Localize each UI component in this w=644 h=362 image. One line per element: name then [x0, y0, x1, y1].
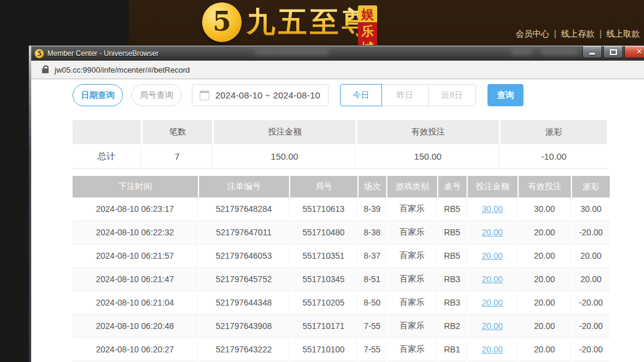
close-icon: ✕ — [636, 47, 642, 56]
table-cell: 2024-08-10 06:21:57 — [73, 244, 198, 268]
bet-amount-link[interactable]: 20.00 — [482, 298, 502, 307]
table-cell: 20.00 — [468, 291, 517, 315]
table-row: 总计7150.00150.00-10.00 — [73, 144, 607, 169]
window-controls: ✕ — [581, 46, 644, 58]
top-nav: 会员中心|线上存款|线上取款|一 — [516, 29, 644, 40]
bet-amount-link[interactable]: 30.00 — [482, 204, 502, 214]
table-cell: -20.00 — [572, 291, 610, 315]
column-header: 派彩 — [501, 120, 607, 144]
calendar-icon — [200, 91, 209, 100]
table-cell: 2024-08-10 06:20:27 — [73, 338, 198, 361]
column-header: 笔数 — [143, 120, 212, 144]
table-row: 2024-08-10 06:21:47521797645752551710345… — [73, 268, 610, 291]
table-cell: 30.00 — [468, 198, 517, 221]
table-cell: 521797645752 — [199, 268, 289, 291]
badge-char: 乐 — [358, 22, 377, 39]
site-logo-title: 九五至尊 — [246, 2, 374, 42]
url-text[interactable]: jw05.cc:9900/infe/mcenter/#/betRecord — [55, 65, 189, 74]
close-button[interactable]: ✕ — [624, 46, 644, 58]
table-cell: RB5 — [438, 221, 467, 244]
table-row: 2024-08-10 06:21:57521797646053551710351… — [73, 244, 610, 268]
date-range-value[interactable]: 2024-08-10 ~ 2024-08-10 — [215, 90, 320, 100]
table-cell: 551710171 — [290, 315, 357, 338]
column-header: 投注金额 — [214, 120, 356, 144]
nav-online-deposit[interactable]: 线上存款 — [561, 29, 595, 38]
date-query-tab[interactable]: 日期查询 — [73, 84, 123, 106]
column-header: 派彩 — [572, 176, 610, 198]
table-cell: -10.00 — [501, 144, 607, 169]
table-row: 2024-08-10 06:21:04521797644348551710205… — [73, 291, 610, 315]
column-header: 下注时间 — [73, 176, 198, 198]
table-row: 2024-08-10 06:23:17521797648284551710613… — [73, 198, 610, 221]
bet-amount-link[interactable]: 20.00 — [482, 321, 502, 331]
minimize-button[interactable] — [582, 46, 602, 58]
date-range-picker[interactable]: 2024-08-10 ~ 2024-08-10 — [192, 84, 329, 106]
table-cell: 20.00 — [572, 244, 610, 268]
blurred-account-info — [541, 50, 578, 55]
search-button[interactable]: 查询 — [487, 84, 523, 106]
site-logo-icon: 5 — [202, 2, 242, 42]
table-cell: 7-55 — [359, 315, 386, 338]
blurred-account-info — [511, 50, 532, 55]
table-cell: 20.00 — [519, 244, 571, 268]
table-cell: 百家乐 — [387, 338, 437, 361]
table-cell: RB3 — [438, 268, 467, 291]
table-cell: 8-51 — [359, 268, 386, 291]
column-header: 注单编号 — [199, 176, 289, 198]
table-cell: 521797643908 — [199, 315, 289, 338]
round-query-tab[interactable]: 局号查询 — [131, 84, 182, 106]
column-header: 有效投注 — [357, 120, 499, 144]
table-cell: 百家乐 — [387, 315, 437, 338]
table-cell: 8-50 — [359, 291, 386, 315]
table-cell: 20.00 — [468, 268, 517, 291]
address-bar[interactable]: jw05.cc:9900/infe/mcenter/#/betRecord — [31, 61, 644, 79]
table-cell: 30.00 — [519, 198, 571, 221]
bet-amount-link[interactable]: 20.00 — [482, 345, 502, 354]
minimize-icon — [589, 53, 595, 55]
table-cell: -20.00 — [572, 315, 610, 338]
bet-table-body: 2024-08-10 06:23:17521797648284551710613… — [73, 198, 610, 361]
bet-amount-link[interactable]: 20.00 — [482, 251, 502, 261]
table-cell: -20.00 — [572, 338, 610, 361]
table-cell: 总计 — [73, 144, 141, 169]
browser-window: 5 Member Center - UniverseBrowser ✕ jw05… — [29, 46, 644, 362]
column-header: 桌号 — [438, 176, 467, 198]
table-cell: 20.00 — [519, 315, 571, 338]
table-cell: 551710613 — [290, 198, 357, 221]
table-cell: 百家乐 — [387, 291, 437, 315]
window-titlebar[interactable]: 5 Member Center - UniverseBrowser ✕ — [31, 46, 644, 61]
table-cell: 551710480 — [290, 221, 357, 244]
table-cell: 百家乐 — [387, 198, 437, 221]
nav-online-withdraw[interactable]: 线上取款 — [606, 29, 640, 38]
table-cell: 8-37 — [359, 244, 386, 268]
quick-yesterday-button[interactable]: 昨日 — [381, 84, 429, 106]
table-cell: 20.00 — [519, 221, 571, 244]
table-cell: 150.00 — [357, 144, 499, 169]
table-cell: 20.00 — [519, 268, 571, 291]
table-cell: 551710351 — [290, 244, 357, 268]
table-cell: 百家乐 — [387, 221, 437, 244]
table-cell: 2024-08-10 06:21:04 — [73, 291, 198, 315]
summary-header-row: 笔数投注金额有效投注派彩 — [73, 120, 607, 144]
table-cell: RB5 — [438, 198, 467, 221]
quick-last8days-button[interactable]: 近8日 — [428, 84, 476, 106]
window-icon: 5 — [35, 49, 44, 58]
desktop: { "banner": { "logo_glyph": "5", "logo_t… — [0, 0, 644, 362]
table-cell: RB3 — [438, 291, 467, 315]
table-cell: RB1 — [438, 338, 467, 361]
table-cell: 521797646053 — [199, 244, 289, 268]
table-cell: RB5 — [438, 244, 467, 268]
bet-amount-link[interactable]: 20.00 — [482, 228, 502, 237]
table-row: 2024-08-10 06:22:32521797647011551710480… — [73, 221, 610, 244]
bet-amount-link[interactable]: 20.00 — [482, 274, 502, 284]
blurred-account-info — [254, 49, 329, 55]
maximize-button[interactable] — [603, 46, 623, 58]
logo-glyph: 5 — [213, 8, 231, 35]
table-cell: 30.00 — [572, 198, 610, 221]
nav-separator: | — [600, 29, 602, 38]
table-cell: 551710205 — [290, 291, 357, 315]
nav-member-center[interactable]: 会员中心 — [516, 29, 549, 38]
table-cell: 8-39 — [359, 198, 386, 221]
window-icon-glyph: 5 — [37, 50, 42, 58]
quick-today-button[interactable]: 今日 — [340, 84, 382, 106]
